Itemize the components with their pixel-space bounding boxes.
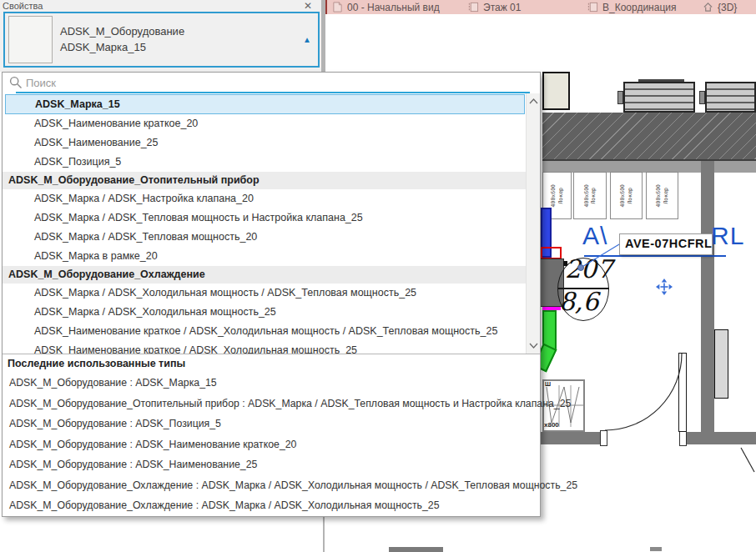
recent-type-item[interactable]: ADSK_М_Оборудование : ADSK_Позиция_5 xyxy=(3,414,540,434)
close-icon[interactable]: ✕ xyxy=(304,0,312,12)
duct-name-label: Локер xyxy=(663,188,669,204)
selected-family: ADSK_М_Оборудование xyxy=(60,23,184,39)
start-page-icon xyxy=(332,2,343,13)
radiator-2-cap xyxy=(699,91,705,104)
type-item[interactable]: ADSK_Марка / ADSK_Тепловая мощность и На… xyxy=(3,208,526,228)
panel-divider-lower[interactable] xyxy=(323,517,325,552)
type-item[interactable]: ADSK_Марка / ADSK_Настройка клапана_20 xyxy=(3,189,526,208)
revit-window: 400x600 Локер 400x600 Локер 400x600 Локе… xyxy=(0,0,756,552)
door-jamb xyxy=(600,430,607,446)
panel-title: Свойства xyxy=(3,1,43,11)
radiator-2[interactable] xyxy=(705,82,756,113)
tab-coordination[interactable]: В_Координация xyxy=(582,0,698,14)
radiator-1-cap xyxy=(617,91,623,104)
recent-type-item[interactable]: ADSK_М_Оборудование : ADSK_Марка_15 xyxy=(3,373,540,394)
tab-start-view[interactable]: 00 - Начальный вид xyxy=(327,0,463,14)
tag-underline xyxy=(584,255,726,257)
type-item[interactable]: ADSK_Наименование краткое / ADSK_Холодил… xyxy=(3,341,526,354)
type-item[interactable]: ADSK_Наименование краткое_20 xyxy=(3,114,526,133)
radiator-1[interactable] xyxy=(623,82,695,113)
lower-wall-segment xyxy=(650,547,662,551)
tab-label: В_Координация xyxy=(602,2,677,13)
type-item[interactable]: ADSK_Марка / ADSK_Холодильная мощность_2… xyxy=(3,303,526,322)
hatched-wall[interactable] xyxy=(542,113,756,161)
recent-type-item[interactable]: ADSK_М_Оборудование_Охлаждение : ADSK_Ма… xyxy=(3,495,540,516)
wall-bottom-right[interactable] xyxy=(687,432,756,444)
type-selector-dropdown: Поиск ADSK_Марка_15 ADSK_Наименование кр… xyxy=(2,72,541,517)
tag-edit-box[interactable]: AVE-07HCFRL xyxy=(619,233,713,255)
wall-bottom-left[interactable] xyxy=(541,432,600,444)
vertical-wall[interactable] xyxy=(701,161,714,444)
type-preview-image xyxy=(8,16,53,63)
type-list: ADSK_Марка_15 ADSK_Наименование краткое_… xyxy=(3,93,540,354)
type-item[interactable]: ADSK_Марка / ADSK_Холодильная мощность /… xyxy=(3,284,526,303)
recent-type-item[interactable]: ADSK_М_Оборудование : ADSK_Наименование … xyxy=(3,434,540,455)
scroll-up-icon[interactable] xyxy=(529,98,538,104)
lower-wall-segment xyxy=(389,547,443,552)
recent-types-section: Последние использованные типы ADSK_М_Обо… xyxy=(3,354,540,516)
type-item[interactable]: ADSK_Позиция_5 xyxy=(3,153,526,172)
type-item[interactable]: ADSK_Марка в рамке_20 xyxy=(3,247,526,266)
tab-floor-01[interactable]: Этаж 01 xyxy=(463,0,582,14)
tab-label: {3D} xyxy=(718,2,737,13)
duct-size-label: 400x600 xyxy=(551,184,557,207)
type-item-selected[interactable]: ADSK_Марка_15 xyxy=(5,94,525,114)
scroll-down-icon[interactable] xyxy=(529,343,538,349)
move-cursor-icon xyxy=(656,279,673,295)
equipment-tag-prefix[interactable]: A\ xyxy=(582,223,607,248)
search-input[interactable]: Поиск xyxy=(26,77,56,89)
red-selection-outline xyxy=(541,247,562,259)
type-item[interactable]: ADSK_Марка / ADSK_Тепловая мощность_20 xyxy=(3,228,526,247)
type-selector[interactable]: ADSK_М_Оборудование ADSK_Марка_15 ▲ xyxy=(3,12,320,68)
tab-label: 00 - Начальный вид xyxy=(347,2,440,13)
chevron-up-icon[interactable]: ▲ xyxy=(303,35,311,44)
search-icon xyxy=(9,76,23,89)
duct-name-label: Локер xyxy=(558,188,564,204)
recent-type-item[interactable]: ADSK_М_Оборудование_Охлаждение : ADSK_Ма… xyxy=(3,475,540,496)
door-jamb xyxy=(679,430,687,446)
floor-plan-icon xyxy=(468,2,479,13)
family-group-header: ADSK_М_Оборудование_Охлаждение xyxy=(3,266,526,284)
duct-name-label: Локер xyxy=(591,188,597,204)
type-item[interactable]: ADSK_Наименование_25 xyxy=(3,133,526,153)
tab-label: Этаж 01 xyxy=(483,2,521,13)
type-item[interactable]: ADSK_Наименование краткое / ADSK_Холодил… xyxy=(3,322,526,341)
duct-tag-cell[interactable]: 400x600 Локер xyxy=(646,172,678,219)
circle-tag-top-value[interactable]: 207 xyxy=(565,257,612,282)
grille-size-label: x800 xyxy=(544,421,559,429)
floor-plan-icon xyxy=(587,2,598,13)
family-group-header: ADSK_М_Оборудование_Отопительный прибор xyxy=(3,172,526,189)
duct-tag-cell[interactable]: 400x600 Локер xyxy=(573,172,607,219)
wall-strip xyxy=(542,161,756,173)
scrollbar[interactable] xyxy=(526,93,540,354)
door-leaf[interactable] xyxy=(678,353,687,432)
duct-name-label: Локер xyxy=(627,188,633,204)
duct-size-label: 400x600 xyxy=(620,184,626,207)
duct-tag-cell[interactable]: 400x600 Локер xyxy=(610,172,643,219)
selected-type: ADSK_Марка_15 xyxy=(60,39,184,55)
duct-size-label: 400x600 xyxy=(584,184,590,207)
view-tab-bar: 00 - Начальный вид Этаж 01 В_Координация… xyxy=(325,0,756,14)
tag-edit-value: AVE-07HCFRL xyxy=(625,237,712,250)
wall-equipment[interactable] xyxy=(714,329,728,399)
properties-panel: Свойства ✕ ADSK_М_Оборудование ADSK_Марк… xyxy=(0,0,321,72)
radiator-1-top-bar xyxy=(638,79,684,82)
tab-3d[interactable]: {3D} xyxy=(698,0,756,14)
home-3d-icon xyxy=(703,2,713,13)
duct-size-label: 400x600 xyxy=(656,184,662,207)
recent-type-item[interactable]: ADSK_М_Оборудование_Отопительный прибор … xyxy=(3,394,540,414)
equipment-tag-suffix[interactable]: RL xyxy=(711,223,744,248)
circle-tag-bottom-value[interactable]: 8,6 xyxy=(559,289,599,314)
search-row: Поиск xyxy=(3,73,540,93)
grille-top-label: Ш xyxy=(545,381,551,387)
equipment-box[interactable] xyxy=(542,72,570,110)
recent-type-item[interactable]: ADSK_М_Оборудование : ADSK_Наименование_… xyxy=(3,454,540,475)
recent-types-header: Последние использованные типы xyxy=(3,354,540,373)
